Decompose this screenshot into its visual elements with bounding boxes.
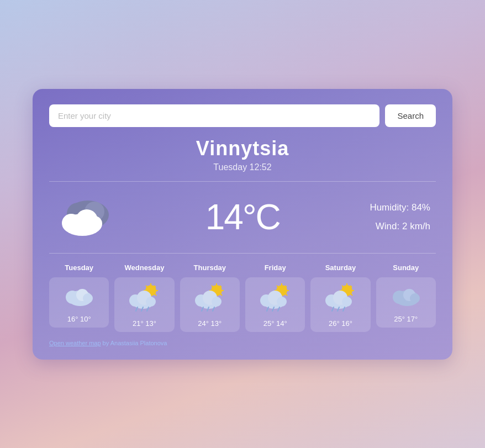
wind-text: Wind: 2 km/h [370,217,430,236]
forecast-box: 16° 10° [49,277,109,328]
forecast-day-name: Saturday [325,263,356,272]
attribution-link[interactable]: Open weather map [49,340,101,346]
forecast-temps: 26° 16° [329,319,352,328]
forecast-icon [324,283,357,315]
svg-point-23 [146,297,156,307]
forecast-day-name: Wednesday [124,263,164,272]
forecast-day: Saturday 26° 16° [310,263,370,332]
svg-line-32 [212,286,213,287]
forecast-box: 26° 16° [310,277,370,332]
forecast-box: 25° 14° [245,277,305,332]
svg-line-16 [146,286,147,287]
forecast-day-name: Tuesday [65,263,93,272]
search-button[interactable]: Search [385,104,436,127]
forecast-icon [62,283,96,310]
city-search-input[interactable] [49,104,379,127]
svg-line-64 [342,286,344,287]
current-weather: 14°C Humidity: 84% Wind: 2 km/h [49,192,436,243]
forecast-day-name: Sunday [393,263,419,272]
forecast-day-name: Thursday [194,263,226,272]
forecast-temps: 25° 14° [263,319,287,328]
forecast-temps: 16° 10° [67,315,91,323]
svg-point-71 [342,297,352,307]
svg-line-49 [286,294,287,296]
forecast-day: Tuesday 16° 10° [49,263,109,332]
forecast-box: 25° 17° [376,277,436,328]
svg-point-55 [277,297,287,307]
current-details: Humidity: 84% Wind: 2 km/h [370,198,430,236]
svg-line-40 [202,307,203,311]
divider-bottom [49,253,436,254]
forecast-day: Thursday 24° 13° [180,263,240,332]
humidity-text: Humidity: 84% [370,198,430,217]
svg-point-78 [410,293,420,303]
forecast-day: Sunday 25° 17° [376,263,436,332]
svg-line-17 [155,294,156,296]
forecast-icon [389,283,423,310]
svg-point-39 [212,297,222,307]
forecast-day-name: Friday [265,263,286,272]
svg-line-56 [267,307,268,311]
svg-line-24 [136,307,138,311]
forecast-box: 24° 13° [180,277,240,332]
forecast-row: Tuesday 16° 10°Wednesday [49,263,436,332]
city-date: Tuesday 12:52 [49,162,436,172]
current-weather-icon [55,192,115,243]
attribution: Open weather map by Anastasiia Platonova [49,340,436,346]
attribution-suffix: by Anastasiia Platonova [101,340,167,346]
svg-line-65 [351,294,352,296]
forecast-icon [259,283,292,315]
svg-line-33 [220,294,222,296]
forecast-icon [128,283,161,315]
forecast-box: 21° 13° [114,277,174,332]
forecast-temps: 21° 13° [133,319,156,328]
forecast-icon [193,283,226,315]
divider-top [49,181,436,182]
forecast-temps: 25° 17° [394,315,418,323]
forecast-day: Wednesday 21° 13° [114,263,174,332]
svg-point-6 [87,216,102,231]
svg-point-10 [83,293,93,303]
forecast-temps: 24° 13° [198,319,222,328]
svg-line-48 [277,286,278,287]
current-temperature: 14°C [205,197,280,238]
search-row: Search [49,104,436,127]
svg-line-72 [332,307,334,311]
city-name: Vinnytsia [49,137,436,160]
weather-card: Search Vinnytsia Tuesday 12:52 14°C Humi… [33,89,452,360]
forecast-day: Friday 25° 14° [245,263,305,332]
